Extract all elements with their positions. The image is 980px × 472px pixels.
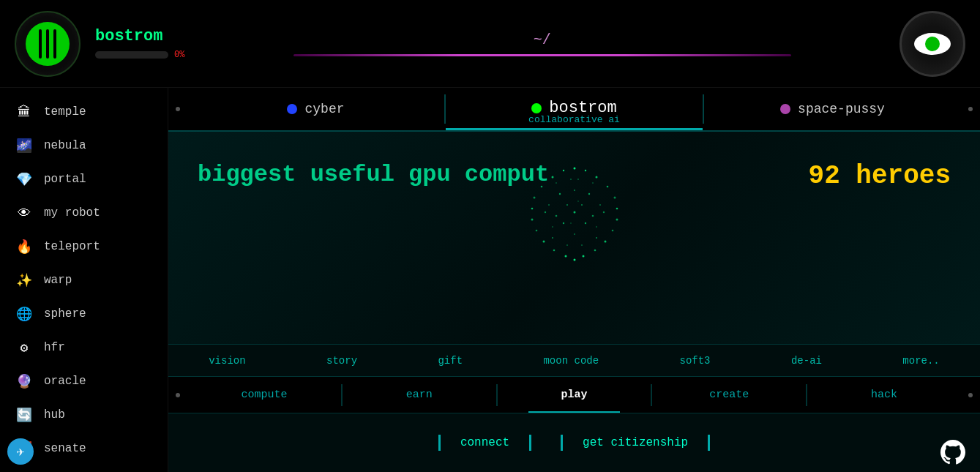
telegram-button[interactable]: ✈ bbox=[7, 438, 34, 465]
sidebar: 🏛 temple 🌌 nebula 💎 portal 👁 my robot 🔥 … bbox=[0, 88, 168, 472]
my-robot-icon: 👁 bbox=[15, 203, 34, 222]
eye-pupil bbox=[925, 37, 940, 51]
sidebar-item-oracle[interactable]: 🔮 oracle bbox=[0, 364, 168, 398]
svg-point-12 bbox=[531, 219, 533, 221]
tab-create[interactable]: create bbox=[652, 377, 806, 413]
svg-point-19 bbox=[582, 255, 584, 258]
logo-inner-bar bbox=[46, 29, 49, 59]
sidebar-label-oracle: oracle bbox=[44, 375, 86, 388]
header-tilde: ~/ bbox=[534, 31, 551, 48]
svg-point-39 bbox=[570, 179, 572, 180]
svg-point-33 bbox=[584, 222, 586, 224]
sidebar-label-senate: senate bbox=[44, 442, 86, 455]
svg-point-15 bbox=[604, 241, 606, 243]
tab-compute[interactable]: compute bbox=[187, 377, 341, 413]
hub-icon: 🔄 bbox=[15, 405, 34, 424]
space-dot bbox=[780, 104, 790, 114]
svg-point-37 bbox=[544, 211, 545, 213]
mode-tabs: compute earn play create hack bbox=[168, 377, 980, 413]
svg-point-44 bbox=[566, 244, 568, 246]
tab-space-label: space-pussy bbox=[798, 102, 885, 116]
svg-point-17 bbox=[594, 250, 596, 252]
svg-point-9 bbox=[616, 208, 618, 210]
tab-compute-label: compute bbox=[241, 389, 287, 401]
portal-icon: 💎 bbox=[15, 170, 34, 189]
sidebar-label-sphere: sphere bbox=[44, 307, 86, 321]
sub-nav-moon-code[interactable]: moon code bbox=[536, 355, 606, 367]
sphere-icon: 🌐 bbox=[15, 304, 34, 323]
tab-hack-label: hack bbox=[871, 389, 897, 401]
svg-point-46 bbox=[570, 222, 572, 224]
progress-bar-bg bbox=[95, 51, 168, 59]
svg-point-0 bbox=[573, 168, 575, 170]
bottom-section: connect get citizenship bbox=[168, 413, 980, 472]
svg-point-43 bbox=[581, 244, 583, 246]
svg-point-14 bbox=[535, 230, 537, 232]
tab-play[interactable]: play bbox=[498, 377, 651, 413]
svg-point-36 bbox=[596, 226, 597, 228]
github-icon bbox=[940, 440, 965, 465]
svg-point-21 bbox=[573, 259, 575, 261]
sub-nav-de-ai[interactable]: de-ai bbox=[784, 355, 829, 367]
teleport-icon: 🔥 bbox=[15, 237, 34, 256]
svg-point-4 bbox=[551, 176, 553, 179]
nebula-icon: 🌌 bbox=[15, 136, 34, 155]
sidebar-item-teleport[interactable]: 🔥 teleport bbox=[0, 230, 168, 263]
svg-point-13 bbox=[611, 230, 613, 232]
sub-nav-soft3[interactable]: soft3 bbox=[673, 355, 718, 367]
tab-bostrom-subtitle: collaborative ai bbox=[528, 114, 620, 125]
tab-cyber[interactable]: cyber bbox=[187, 88, 444, 130]
tab-bostrom[interactable]: bostrom collaborative ai bbox=[446, 88, 703, 130]
eye-icon bbox=[914, 33, 951, 55]
particle-sphere bbox=[501, 139, 648, 285]
svg-point-8 bbox=[533, 197, 535, 199]
sub-nav-gift[interactable]: gift bbox=[430, 355, 470, 367]
svg-point-45 bbox=[577, 201, 579, 202]
dot-right bbox=[968, 107, 973, 111]
tab-space-pussy[interactable]: space-pussy bbox=[704, 88, 961, 130]
sidebar-item-my-robot[interactable]: 👁 my robot bbox=[0, 196, 168, 230]
bostrom-dot bbox=[531, 103, 542, 113]
svg-point-20 bbox=[564, 255, 566, 258]
sidebar-bottom: ✈ bbox=[7, 438, 34, 465]
connect-button[interactable]: connect bbox=[438, 429, 531, 457]
oracle-icon: 🔮 bbox=[15, 372, 34, 391]
svg-point-1 bbox=[584, 170, 586, 171]
svg-point-40 bbox=[577, 179, 579, 180]
svg-point-38 bbox=[602, 211, 604, 213]
sub-nav-more[interactable]: more.. bbox=[895, 355, 946, 367]
hero-count: 92 heroes bbox=[809, 161, 951, 191]
svg-point-28 bbox=[591, 215, 594, 217]
svg-point-2 bbox=[562, 170, 564, 171]
tab-earn[interactable]: earn bbox=[343, 377, 496, 413]
sidebar-item-sphere[interactable]: 🌐 sphere bbox=[0, 297, 168, 331]
svg-point-34 bbox=[574, 233, 575, 235]
sub-nav-story[interactable]: story bbox=[319, 355, 364, 367]
sidebar-item-hub[interactable]: 🔄 hub bbox=[0, 398, 168, 432]
sidebar-item-hfr[interactable]: ⚙ hfr bbox=[0, 331, 168, 364]
sub-nav: vision story gift moon code soft3 de-ai … bbox=[168, 344, 980, 377]
sidebar-item-temple[interactable]: 🏛 temple bbox=[0, 95, 168, 129]
sidebar-label-temple: temple bbox=[44, 105, 86, 119]
github-button[interactable] bbox=[940, 440, 965, 465]
svg-point-23 bbox=[558, 193, 560, 195]
citizenship-button[interactable]: get citizenship bbox=[561, 429, 710, 457]
svg-point-18 bbox=[553, 250, 555, 252]
sidebar-item-nebula[interactable]: 🌌 nebula bbox=[0, 129, 168, 162]
svg-point-16 bbox=[542, 241, 545, 243]
main-content: cyber bostrom collaborative ai space-pus… bbox=[168, 88, 980, 472]
logo-icon bbox=[26, 22, 70, 66]
hero-section: biggest useful gpu comput 92 heroes bbox=[168, 132, 980, 377]
tab-hack[interactable]: hack bbox=[807, 377, 961, 413]
svg-point-32 bbox=[562, 222, 564, 224]
sidebar-item-warp[interactable]: ✨ warp bbox=[0, 263, 168, 297]
svg-point-10 bbox=[531, 208, 533, 210]
logo-circle[interactable] bbox=[15, 11, 81, 77]
sub-nav-vision[interactable]: vision bbox=[201, 355, 253, 367]
sidebar-item-portal[interactable]: 💎 portal bbox=[0, 162, 168, 196]
tab-earn-label: earn bbox=[406, 389, 433, 401]
svg-point-31 bbox=[581, 204, 583, 206]
warp-icon: ✨ bbox=[15, 271, 34, 290]
svg-point-6 bbox=[540, 186, 542, 188]
svg-point-24 bbox=[588, 193, 589, 195]
